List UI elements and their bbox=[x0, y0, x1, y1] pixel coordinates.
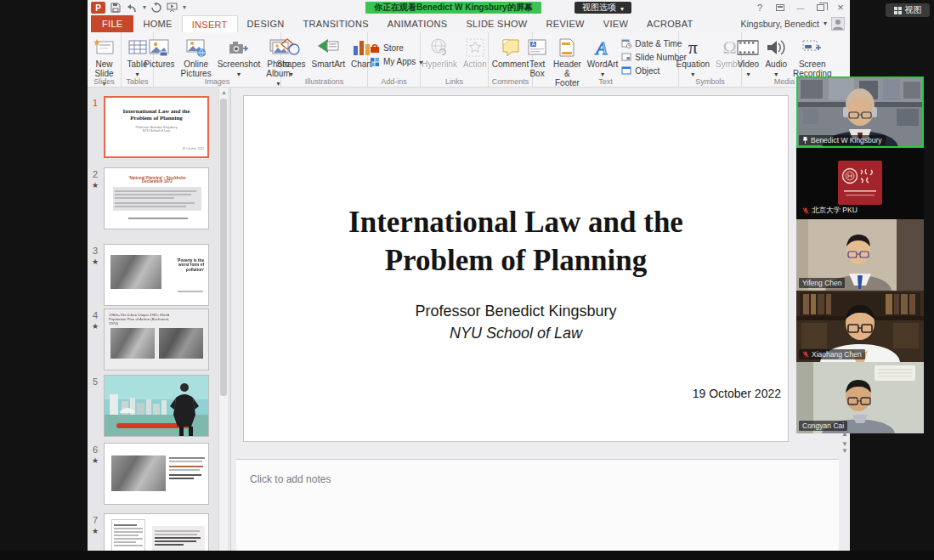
notes-panel[interactable]: Click to add notes bbox=[236, 459, 839, 551]
participant-video-panel: Benedict W Kingsbury 北京大学 PKU bbox=[796, 76, 924, 433]
meeting-view-layout-button[interactable]: 视图 bbox=[886, 3, 930, 17]
thumbnail-slide-3[interactable]: 3 'Poverty is the worst form of pollutio… bbox=[88, 244, 230, 306]
thumbnail-slide-2[interactable]: 2 'National Planning' - Stockholm Declar… bbox=[88, 167, 230, 229]
undo-dropdown-caret[interactable] bbox=[143, 4, 146, 11]
audio-button[interactable]: Audio bbox=[762, 35, 790, 79]
notes-placeholder[interactable]: Click to add notes bbox=[250, 473, 331, 485]
group-slides: New Slide Slides bbox=[88, 32, 122, 87]
powerpoint-window: P 你正在观看Benedict W Kingsbury的屏幕 视图选项 bbox=[88, 0, 850, 551]
group-label-links: Links bbox=[421, 77, 488, 86]
slide-6-preview[interactable] bbox=[104, 443, 209, 505]
slide-3-number: 3 bbox=[93, 246, 98, 256]
slide-2-preview[interactable]: 'National Planning' - Stockholm Declarat… bbox=[104, 167, 209, 229]
thumbnail-slide-1[interactable]: 1 International Law and theProblem of Pl… bbox=[88, 96, 230, 162]
slide-title[interactable]: International Law and theProblem of Plan… bbox=[244, 203, 788, 280]
thumbnail-scrollbar-thumb[interactable] bbox=[220, 99, 227, 396]
slide-7-animation-star-icon bbox=[92, 527, 99, 535]
view-options-button[interactable]: 视图选项 bbox=[575, 2, 631, 14]
tab-animations[interactable]: ANIMATIONS bbox=[378, 15, 457, 32]
screen-recording-button[interactable]: Screen Recording bbox=[790, 35, 835, 79]
online-pictures-button[interactable]: Online Pictures bbox=[178, 35, 214, 79]
participant-label-congyan: Congyan Cai bbox=[799, 421, 847, 431]
account-caret bbox=[824, 20, 827, 27]
wordart-button[interactable]: A WordArt bbox=[585, 35, 621, 79]
customize-qat-caret[interactable] bbox=[183, 4, 186, 11]
video-button[interactable]: Video bbox=[734, 35, 761, 79]
slide-1-preview[interactable]: International Law and theProblem of Plan… bbox=[104, 96, 209, 158]
pictures-button[interactable]: Pictures bbox=[141, 35, 177, 70]
screen-watching-banner: 你正在观看Benedict W Kingsbury的屏幕 bbox=[365, 2, 541, 14]
group-text: A Text Box Header & Footer A WordArt Dat… bbox=[533, 32, 679, 87]
start-slideshow-icon[interactable] bbox=[167, 2, 178, 14]
account-menu[interactable]: Kingsbury, Benedict bbox=[740, 15, 845, 32]
thumb1-author: Professor Benedict KingsburyNYU School o… bbox=[105, 126, 207, 138]
thumb4-photo-left bbox=[110, 328, 155, 359]
powerpoint-logo-icon[interactable]: P bbox=[91, 2, 105, 14]
tab-transitions[interactable]: TRANSITIONS bbox=[294, 15, 378, 32]
video-tile-congyan-cai[interactable]: Congyan Cai bbox=[796, 362, 924, 433]
tab-design[interactable]: DESIGN bbox=[238, 15, 294, 32]
slide-author[interactable]: Professor Benedict Kingsbury bbox=[244, 303, 788, 320]
slide-5-preview[interactable] bbox=[104, 375, 209, 437]
thumbnail-slide-4[interactable]: 4 1960s-70s Urban Utopia 1965; World Pop… bbox=[88, 308, 230, 371]
thumb4-photo-right bbox=[159, 328, 203, 359]
smartart-button[interactable]: SmartArt bbox=[309, 35, 348, 70]
minimize-button[interactable] bbox=[795, 3, 807, 13]
tab-slide-show[interactable]: SLIDE SHOW bbox=[456, 15, 536, 32]
equation-button[interactable]: π Equation bbox=[674, 35, 712, 79]
slide-3-preview[interactable]: 'Poverty is the worst form of pollution' bbox=[104, 244, 209, 306]
tab-file[interactable]: FILE bbox=[91, 15, 133, 32]
participant-label-xiaohang: Xiaohang Chen bbox=[799, 349, 865, 359]
action-button: Action bbox=[461, 35, 490, 70]
screenshot-button[interactable]: Screenshot bbox=[215, 35, 263, 79]
tab-home[interactable]: HOME bbox=[133, 15, 181, 32]
group-illustrations: Shapes SmartArt Chart Illustrations bbox=[281, 32, 368, 87]
thumbnail-slide-6[interactable]: 6 bbox=[88, 443, 230, 505]
slide-4-preview[interactable]: 1960s-70s Urban Utopia 1965; World Popul… bbox=[104, 308, 209, 371]
tab-insert[interactable]: INSERT bbox=[182, 15, 238, 32]
thumbnail-scroll-up-icon[interactable]: ▲ bbox=[219, 88, 229, 98]
tab-acrobat[interactable]: ACROBAT bbox=[637, 15, 702, 32]
thumbnail-slide-7[interactable]: 7 bbox=[88, 513, 230, 551]
slide-7-preview[interactable] bbox=[104, 513, 209, 551]
thumb2-title: 'National Planning' - Stockholm Declarat… bbox=[121, 176, 195, 184]
thumbnail-slide-5[interactable]: 5 bbox=[88, 375, 230, 437]
my-apps-button[interactable]: My Apps bbox=[370, 55, 422, 69]
thumbnail-scrollbar[interactable]: ▲ bbox=[218, 88, 228, 551]
bottom-black-strip bbox=[0, 551, 934, 560]
group-links: Hyperlink Action Links bbox=[421, 32, 489, 87]
tab-review[interactable]: REVIEW bbox=[537, 15, 594, 32]
slide-institution[interactable]: NYU School of Law bbox=[244, 325, 788, 342]
ribbon-display-options-button[interactable] bbox=[776, 4, 784, 11]
redo-icon[interactable] bbox=[151, 2, 161, 14]
slide-date[interactable]: 19 October 2022 bbox=[693, 387, 781, 400]
slide-4-animation-star-icon bbox=[92, 322, 99, 331]
slide-canvas[interactable]: International Law and theProblem of Plan… bbox=[243, 95, 789, 442]
group-label-images: Images bbox=[154, 77, 280, 86]
tab-view[interactable]: VIEW bbox=[594, 15, 637, 32]
store-button[interactable]: Store bbox=[370, 42, 404, 55]
slide-6-animation-star-icon bbox=[92, 456, 99, 465]
grid-layout-icon bbox=[894, 7, 902, 14]
shapes-button[interactable]: Shapes bbox=[275, 35, 309, 79]
muted-mic-icon bbox=[802, 351, 809, 358]
slide-5-number: 5 bbox=[93, 376, 98, 387]
next-slide-button[interactable]: ▼▼ bbox=[841, 441, 846, 455]
thumb7-textblock bbox=[152, 526, 205, 551]
video-tile-yifeng-chen[interactable]: Yifeng Chen bbox=[796, 219, 924, 291]
save-icon[interactable] bbox=[110, 2, 121, 14]
svg-text:A: A bbox=[532, 41, 536, 47]
slide-2-number: 2 bbox=[93, 169, 98, 179]
undo-icon[interactable] bbox=[126, 2, 138, 14]
help-button[interactable] bbox=[754, 3, 766, 13]
thumb3-quote: 'Poverty is the worst form of pollution' bbox=[173, 258, 204, 272]
group-symbols: π Equation Ω Symbol Symbols bbox=[679, 32, 742, 87]
restore-button[interactable] bbox=[817, 4, 824, 11]
group-add-ins: Store My Apps Add-ins bbox=[368, 32, 421, 87]
close-button[interactable] bbox=[835, 1, 846, 14]
video-tile-pku[interactable]: 北京大学 PKU bbox=[796, 148, 924, 219]
text-box-button[interactable]: A Text Box bbox=[524, 35, 550, 79]
participant-label-pku: 北京大学 PKU bbox=[799, 205, 861, 217]
video-tile-xiaohang-chen[interactable]: Xiaohang Chen bbox=[796, 291, 924, 362]
video-tile-benedict-kingsbury[interactable]: Benedict W Kingsbury bbox=[796, 76, 924, 148]
